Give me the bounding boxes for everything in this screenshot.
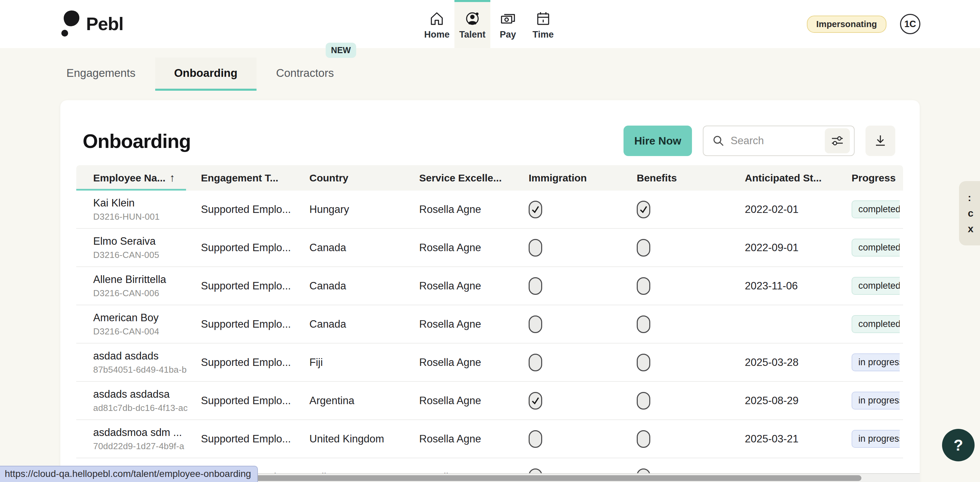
service-excellence-cell: Rosella Agne [419,318,529,330]
employee-id: 70dd22d9-1d27-4b9f-a [93,441,201,452]
sort-ascending-icon: ↑ [169,171,175,184]
benefits-cell [637,354,745,371]
browser-status-url: https://cloud-qa.hellopebl.com/talent/em… [0,466,258,482]
table-row[interactable]: asdads asdadsa ad81c7db-dc16-4f13-ac Sup… [76,382,903,420]
progress-cell: in progress [851,392,900,409]
immigration-checkbox[interactable] [529,354,542,371]
top-bar: Pebl Home Talent Pay [0,0,980,48]
column-header-engagement-type[interactable]: Engagement T... [201,172,309,184]
country-cell: Argentina [309,395,419,407]
service-excellence-cell: Rosella Agne [419,242,529,254]
column-header-country[interactable]: Country [309,172,419,184]
column-header-anticipated-start[interactable]: Anticipated St... [745,172,851,184]
tab-contractors[interactable]: Contractors NEW [256,57,354,91]
anticipated-start-cell: 2023-11-06 [745,280,851,292]
progress-cell: completed [851,315,900,333]
table-row[interactable]: American Boy D3216-CAN-004 Supported Emp… [76,305,903,344]
top-bar-right: Impersonating 1C [807,0,920,48]
benefits-checkbox[interactable] [637,316,650,333]
search-input[interactable] [730,135,819,147]
table-row[interactable]: asdadsmoa sdm ... 70dd22d9-1d27-4b9f-a S… [76,420,903,458]
benefits-checkbox[interactable] [637,430,650,448]
employee-name-cell[interactable]: asdadsmoa sdm ... 70dd22d9-1d27-4b9f-a [93,427,201,452]
benefits-checkbox[interactable] [637,239,650,257]
nav-item-time[interactable]: Time [526,0,561,48]
employee-id: D3216-CAN-006 [93,288,201,298]
employee-name-cell[interactable]: Allene Birrittella D3216-CAN-006 [93,273,201,298]
tab-contractors-label: Contractors [276,67,334,79]
table-row[interactable]: Elmo Seraiva D3216-CAN-005 Supported Emp… [76,229,903,267]
engagement-type-cell: Supported Emplo... [201,280,309,292]
employee-id: D3216-CAN-004 [93,326,201,337]
immigration-cell [529,201,637,218]
collapsed-side-panel-tab[interactable]: : c x [959,181,980,246]
table-row[interactable]: Kai Klein D3216-HUN-001 Supported Emplo.… [76,190,903,229]
time-icon [535,11,551,27]
employee-name-cell[interactable]: Kai Klein D3216-HUN-001 [93,197,201,222]
progress-badge: in progress [851,354,900,371]
immigration-cell [529,277,637,295]
employee-name-cell[interactable]: asdads asdadsa ad81c7db-dc16-4f13-ac [93,388,201,413]
progress-badge: completed [851,239,900,257]
employee-name-cell[interactable]: Elmo Seraiva D3216-CAN-005 [93,235,201,260]
country-cell: Canada [309,242,419,254]
country-cell: United Kingdom [309,433,419,445]
filter-sliders-icon [830,133,845,148]
benefits-checkbox[interactable] [637,201,650,218]
employee-id: D3216-HUN-001 [93,212,201,222]
column-header-service-excellence[interactable]: Service Excelle... [419,172,529,184]
sorted-column-underline [76,189,186,190]
hire-now-button[interactable]: Hire Now [624,125,692,156]
column-header-progress[interactable]: Progress [851,172,900,184]
nav-label-time: Time [532,29,554,40]
table-row[interactable]: Allene Birrittella D3216-CAN-006 Support… [76,267,903,305]
progress-badge: completed [851,200,900,218]
employee-id: D3216-CAN-005 [93,250,201,260]
column-header-employee-name[interactable]: Employee Na... ↑ [93,171,201,184]
immigration-checkbox[interactable] [529,239,542,257]
immigration-checkbox[interactable] [529,392,542,409]
country-cell: Canada [309,280,419,292]
tab-onboarding[interactable]: Onboarding [155,57,256,91]
progress-cell: completed [851,277,900,295]
immigration-cell [529,392,637,409]
employee-name-cell[interactable]: asdad asdads 87b54051-6d49-41ba-b [93,350,201,375]
immigration-checkbox[interactable] [529,430,542,448]
nav-item-talent[interactable]: Talent [454,0,490,48]
table-body: Kai Klein D3216-HUN-001 Supported Emplo.… [76,190,903,482]
benefits-checkbox[interactable] [637,392,650,409]
employee-name: American Boy [93,312,201,324]
search-box[interactable] [703,125,854,156]
immigration-checkbox[interactable] [529,316,542,333]
nav-item-pay[interactable]: Pay [490,0,526,48]
column-header-benefits[interactable]: Benefits [637,172,745,184]
progress-cell: completed [851,239,900,257]
employee-name: Kai Klein [93,197,201,209]
engagement-type-cell: Supported Emplo... [201,242,309,254]
benefits-checkbox[interactable] [637,354,650,371]
filter-button[interactable] [825,128,850,153]
tab-engagements[interactable]: Engagements [67,57,155,91]
card-header: Onboarding Hire Now [60,100,920,162]
anticipated-start-cell: 2022-02-01 [745,203,851,216]
employee-name-cell[interactable]: American Boy D3216-CAN-004 [93,312,201,337]
service-excellence-cell: Rosella Agne [419,395,529,407]
nav-item-home[interactable]: Home [419,0,454,48]
download-button[interactable] [865,125,895,156]
sub-tab-strip: Engagements Onboarding Contractors NEW [0,48,980,100]
progress-badge: in progress [851,430,900,448]
table-row[interactable]: asdad asdads 87b54051-6d49-41ba-b Suppor… [76,344,903,382]
immigration-checkbox[interactable] [529,277,542,295]
column-header-immigration[interactable]: Immigration [529,172,637,184]
avatar[interactable]: 1C [900,14,920,34]
immigration-checkbox[interactable] [529,201,542,218]
benefits-checkbox[interactable] [637,277,650,295]
progress-cell: completed [851,200,900,218]
talent-icon [464,11,480,27]
immigration-cell [529,316,637,333]
help-button[interactable]: ? [942,429,975,461]
country-cell: Fiji [309,357,419,369]
impersonating-badge: Impersonating [807,16,886,33]
engagement-type-cell: Supported Emplo... [201,318,309,330]
service-excellence-cell: Rosella Agne [419,433,529,445]
